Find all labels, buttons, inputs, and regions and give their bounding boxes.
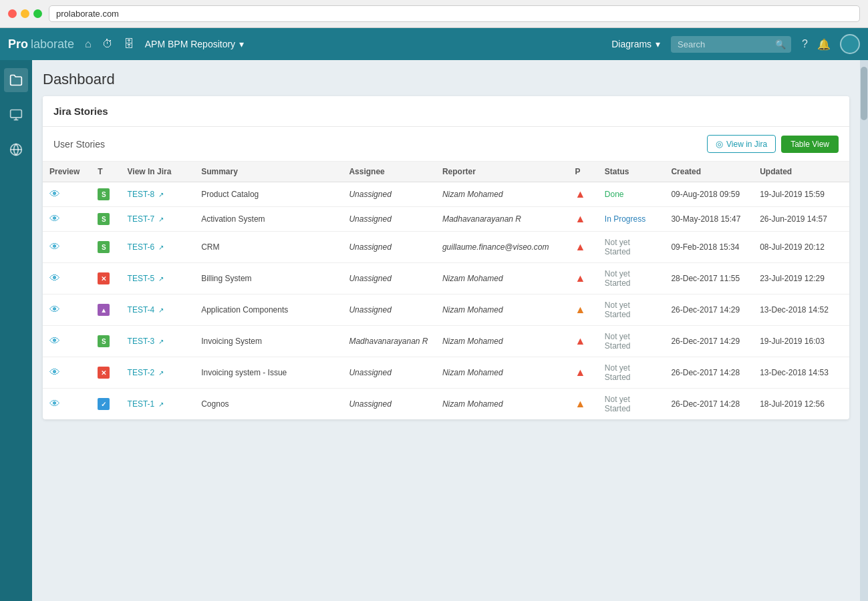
avatar[interactable] [840,34,860,54]
col-header-viewinjira: View In Jira [121,162,195,182]
scrollbar-track[interactable] [860,60,868,601]
scrollbar-thumb[interactable] [861,67,867,120]
cell-updated: 23-Jul-2019 12:29 [753,263,849,294]
cell-created: 30-May-2018 15:47 [664,207,753,232]
cell-updated: 13-Dec-2018 14:52 [753,294,849,326]
history-icon[interactable]: ⏱ [102,38,113,50]
cell-priority: ▲ [569,389,598,420]
diagrams-chevron-icon: ▾ [656,39,660,49]
cell-updated: 19-Jul-2019 16:03 [753,326,849,357]
external-link-icon: ↗ [158,244,164,251]
preview-eye-icon[interactable]: 👁 [49,367,60,378]
cell-reporter: Nizam Mohamed [436,326,569,357]
jira-id-link[interactable]: TEST-6 ↗ [128,242,164,252]
logo: Prolaborate [8,37,74,51]
cell-summary: Activation System [194,207,342,232]
search-input[interactable] [671,36,791,53]
cell-status: Not yet Started [598,294,665,326]
jira-id-link[interactable]: TEST-1 ↗ [128,399,164,409]
external-link-icon: ↗ [158,307,164,314]
jira-id-link[interactable]: TEST-2 ↗ [128,368,164,377]
sidebar-item-monitor[interactable] [4,103,28,127]
search-icon: 🔍 [775,39,786,49]
table-row: 👁 ▲ TEST-4 ↗ Application Components Unas… [43,294,849,326]
table-row: 👁 ✓ TEST-1 ↗ Cognos Unassigned Nizam Moh… [43,389,849,420]
logo-pro: Pro [8,37,28,51]
help-icon[interactable]: ? [802,38,808,50]
status-badge: In Progress [605,214,645,224]
cell-status: Not yet Started [598,232,665,263]
cell-summary: Application Components [194,294,342,326]
jira-id-link[interactable]: TEST-3 ↗ [128,337,164,346]
type-badge: S [98,188,110,200]
cell-type: ✕ [91,357,120,389]
maximize-button[interactable] [33,9,42,18]
cell-summary: Invoicing System [194,326,342,357]
minimize-button[interactable] [21,9,29,18]
jira-id-link[interactable]: TEST-4 ↗ [128,305,164,315]
cell-status: Not yet Started [598,357,665,389]
status-badge: Not yet Started [605,300,631,319]
jira-id-link[interactable]: TEST-8 ↗ [128,190,164,199]
col-header-type: T [91,162,120,182]
cell-updated: 13-Dec-2018 14:53 [753,357,849,389]
col-header-created: Created [664,162,753,182]
status-badge: Done [605,190,624,199]
cell-priority: ▲ [569,182,598,207]
cell-created: 26-Dec-2017 14:29 [664,326,753,357]
cell-status: Not yet Started [598,389,665,420]
cell-reporter: Madhavanarayanan R [436,207,569,232]
preview-eye-icon[interactable]: 👁 [49,241,60,252]
external-link-icon: ↗ [158,369,164,377]
close-button[interactable] [8,9,17,18]
jira-icon: ◎ [716,139,723,149]
cell-assignee: Unassigned [342,294,435,326]
notifications-icon[interactable]: 🔔 [817,38,831,51]
traffic-lights [8,9,42,18]
cell-updated: 08-Jul-2019 20:12 [753,232,849,263]
database-icon[interactable]: 🗄 [124,38,134,50]
table-view-button[interactable]: Table View [781,136,839,153]
browser-chrome: prolaborate.com [0,0,868,28]
type-badge: S [98,213,110,225]
user-stories-header: User Stories ◎ View in Jira Table View [43,127,849,162]
address-bar[interactable]: prolaborate.com [49,5,860,22]
diagrams-menu[interactable]: Diagrams ▾ [611,39,660,49]
sidebar-item-globe[interactable] [4,138,28,162]
cell-assignee: Unassigned [342,263,435,294]
col-header-status: Status [598,162,665,182]
jira-id-link[interactable]: TEST-5 ↗ [128,274,164,283]
preview-eye-icon[interactable]: 👁 [49,213,60,224]
cell-status: Not yet Started [598,326,665,357]
sidebar-item-folder[interactable] [4,68,28,92]
preview-eye-icon[interactable]: 👁 [49,398,60,409]
cell-jira-link: TEST-8 ↗ [121,182,195,207]
preview-eye-icon[interactable]: 👁 [49,272,60,284]
cell-created: 09-Feb-2018 15:34 [664,232,753,263]
page-title: Dashboard [43,71,115,87]
col-header-summary: Summary [194,162,342,182]
preview-eye-icon[interactable]: 👁 [49,304,60,315]
type-badge: ▲ [98,304,110,316]
cell-jira-link: TEST-4 ↗ [121,294,195,326]
cell-created: 26-Dec-2017 14:29 [664,294,753,326]
cell-priority: ▲ [569,326,598,357]
cell-jira-link: TEST-7 ↗ [121,207,195,232]
main-layout: Dashboard Jira Stories User Stories ◎ Vi… [0,60,868,601]
home-icon[interactable]: ⌂ [85,38,92,50]
jira-id-link[interactable]: TEST-7 ↗ [128,214,164,224]
preview-eye-icon[interactable]: 👁 [49,188,60,200]
cell-reporter: guillaume.finance@viseo.com [436,232,569,263]
view-in-jira-button[interactable]: ◎ View in Jira [707,135,776,153]
cell-status: In Progress [598,207,665,232]
app-name-label: APM BPM Repository [145,39,235,49]
external-link-icon: ↗ [158,275,164,282]
cell-summary: CRM [194,232,342,263]
col-header-priority: P [569,162,598,182]
cell-created: 26-Dec-2017 14:28 [664,357,753,389]
preview-eye-icon[interactable]: 👁 [49,335,60,347]
app-name[interactable]: APM BPM Repository ▾ [145,39,244,49]
top-nav: Prolaborate ⌂ ⏱ 🗄 APM BPM Repository ▾ D… [0,28,868,60]
cell-reporter: Nizam Mohamed [436,357,569,389]
cell-type: S [91,207,120,232]
